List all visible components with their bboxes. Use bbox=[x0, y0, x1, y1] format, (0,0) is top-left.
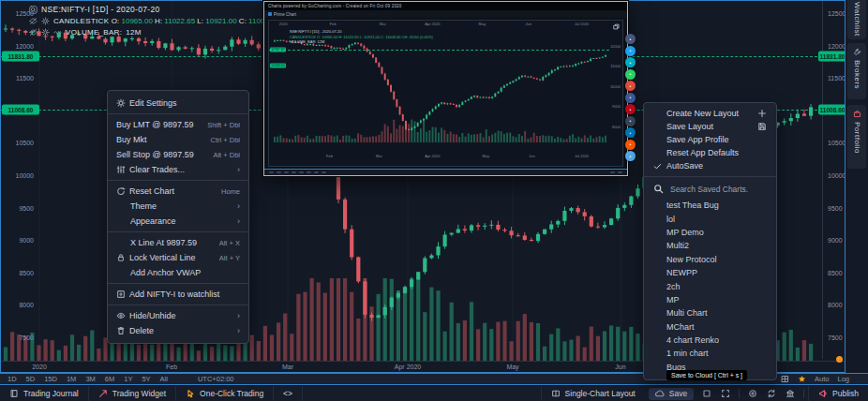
grid-icon[interactable] bbox=[781, 375, 789, 383]
menu-item-delete[interactable]: Delete› bbox=[108, 323, 248, 338]
saved-chart-item[interactable]: test Thea Bug bbox=[644, 199, 776, 212]
saved-chart-item[interactable]: 1 min chart bbox=[644, 347, 776, 360]
layout-menu: Create New LayoutSave LayoutSave App Pro… bbox=[643, 102, 777, 380]
menu-item-save-app-profile[interactable]: Save App Profile bbox=[644, 133, 776, 146]
menu-item-appearance[interactable]: Appearance› bbox=[108, 214, 248, 229]
publish-button[interactable]: Publish bbox=[808, 386, 868, 401]
app-footer: Trading JournalTrading WidgetOne-Click T… bbox=[0, 386, 868, 401]
saved-chart-item[interactable]: Multi Chart bbox=[644, 306, 776, 319]
menu-item-buy-lmt-9897-59[interactable]: Buy LMT @ 9897.59Shift + Dbl bbox=[108, 117, 248, 132]
price-tick: 10000 bbox=[828, 172, 846, 179]
menu-item-label: Hide/Unhide bbox=[129, 311, 233, 320]
saved-charts-search-input[interactable] bbox=[670, 185, 774, 194]
symbol-search-icon[interactable] bbox=[29, 6, 37, 14]
fullscreen-button[interactable] bbox=[716, 386, 735, 401]
menu-item-sell-stop-9897-59[interactable]: Sell Stop @ 9897.59Alt + Dbl bbox=[108, 147, 248, 162]
saved-chart-item[interactable]: New Protocol bbox=[644, 253, 776, 266]
chart-context-menu: Edit SettingsBuy LMT @ 9897.59Shift + Db… bbox=[107, 90, 249, 344]
pointer-icon bbox=[186, 389, 195, 398]
log-scale-button[interactable]: Log bbox=[837, 375, 849, 383]
share-twitter-button[interactable]: • bbox=[625, 46, 636, 56]
share-reddit-button[interactable]: • bbox=[625, 140, 636, 150]
save-tooltip: Save to Cloud [ Ctrl + s ] bbox=[666, 370, 747, 380]
study-settings-icon[interactable] bbox=[41, 17, 50, 25]
timezone-button[interactable]: UTC+02:00 bbox=[198, 375, 234, 383]
hide-volume-icon[interactable] bbox=[29, 28, 37, 37]
menu-item-create-new-layout[interactable]: Create New Layout bbox=[644, 107, 776, 120]
menu-item-reset-app-defaults[interactable]: Reset App Defaults bbox=[644, 146, 776, 159]
saved-chart-item[interactable]: NEWPP bbox=[644, 266, 776, 279]
menu-item-save-layout[interactable]: Save Layout bbox=[644, 120, 776, 133]
tab-portfolio[interactable]: Portfolio bbox=[847, 105, 866, 169]
menu-item-theme[interactable]: Theme› bbox=[108, 199, 248, 214]
saved-chart-item[interactable]: MP Demo bbox=[644, 226, 776, 239]
saved-chart-item[interactable]: MChart bbox=[644, 320, 776, 334]
share-google-plus-button[interactable]: • bbox=[625, 81, 636, 91]
saved-chart-item[interactable]: 4 chart Renko bbox=[644, 334, 776, 347]
menu-item-label: Add NIFTY-I to watchlist bbox=[129, 290, 240, 299]
share-pinterest-button[interactable]: • bbox=[625, 104, 636, 114]
trading-journal-button[interactable]: Trading Journal bbox=[0, 386, 89, 401]
menu-item-edit-settings[interactable]: Edit Settings bbox=[108, 96, 248, 111]
save-button[interactable]: Save bbox=[649, 388, 694, 400]
snapshot-tab-label: Prime Chart bbox=[274, 12, 296, 17]
menu-section: Add NIFTY-I to watchlist bbox=[108, 283, 248, 304]
timeframe-5y-button[interactable]: 5Y bbox=[142, 375, 150, 383]
timeframe-all-button[interactable]: All bbox=[160, 375, 168, 383]
single-chart-layout-button[interactable]: Single-Chart Layout bbox=[541, 386, 645, 401]
share-linkedin-button[interactable]: • bbox=[625, 127, 636, 138]
timeframe-3m-button[interactable]: 3M bbox=[85, 375, 95, 383]
menu-item-x-line-at-9897-59[interactable]: X Line At 9897.59Alt + X bbox=[108, 235, 248, 250]
one-click-trading-button[interactable]: One-Click Trading bbox=[176, 386, 274, 401]
-button[interactable]: <> bbox=[274, 386, 303, 401]
star-icon[interactable] bbox=[798, 375, 806, 383]
snapshot-time-tick: Jun bbox=[529, 154, 534, 158]
share-mail-button[interactable]: • bbox=[625, 151, 636, 161]
tab-watchlist[interactable]: Watchlist bbox=[847, 0, 866, 39]
saved-chart-item[interactable]: lol bbox=[644, 212, 776, 225]
timeframe-1d-button[interactable]: 1D bbox=[7, 375, 17, 383]
snapshot-chart: NSE:NIFTY-I [1D] - 2020-07-20 CANDLESTIC… bbox=[268, 20, 623, 167]
menu-item-lock-vertical-line[interactable]: Lock Vertical LineAlt + Y bbox=[108, 250, 248, 265]
snapshot-price-tick: 9000 bbox=[612, 104, 621, 109]
timeframe-1y-button[interactable]: 1Y bbox=[124, 375, 132, 383]
menu-item-autosave[interactable]: AutoSave bbox=[644, 159, 776, 172]
symbol-title[interactable]: NSE:NIFTY-I [1D] - 2020-07-20 bbox=[41, 5, 160, 14]
hide-study-icon[interactable] bbox=[29, 17, 37, 25]
menu-item-hide-unhide[interactable]: Hide/Unhide› bbox=[108, 308, 248, 323]
menu-item-reset-chart[interactable]: Reset ChartHome bbox=[108, 184, 248, 199]
menu-item-buy-mkt[interactable]: Buy MktCtrl + Dbl bbox=[108, 132, 248, 147]
share-telegram-button[interactable]: • bbox=[625, 57, 636, 67]
share-tumblr-button[interactable]: • bbox=[625, 116, 636, 126]
share-whatsapp-button[interactable]: • bbox=[625, 69, 636, 80]
menu-item-clear-trades[interactable]: Clear Trades...› bbox=[108, 162, 248, 177]
volume-settings-icon[interactable] bbox=[41, 28, 50, 37]
price-tick: 12000 bbox=[828, 42, 846, 49]
timeframe-5d-button[interactable]: 5D bbox=[26, 375, 36, 383]
menu-section: Buy LMT @ 9897.59Shift + DblBuy MktCtrl … bbox=[108, 113, 248, 180]
menu-item-label: AutoSave bbox=[666, 161, 767, 171]
sync-button[interactable] bbox=[762, 386, 781, 401]
trading-widget-button[interactable]: Trading Widget bbox=[89, 386, 176, 401]
snapshot-button[interactable] bbox=[743, 386, 762, 401]
saved-chart-item[interactable]: Multi2 bbox=[644, 239, 776, 252]
copy-snapshot-icon[interactable] bbox=[613, 23, 620, 30]
price-badge: 11831.80 bbox=[818, 52, 846, 62]
broker-button[interactable] bbox=[781, 386, 800, 401]
price-tick: 8500 bbox=[828, 269, 843, 275]
timeframe-15d-button[interactable]: 15D bbox=[44, 375, 57, 383]
menu-item-add-nifty-i-to-watchlist[interactable]: Add NIFTY-I to watchlist bbox=[108, 287, 248, 302]
saved-chart-item[interactable]: 2ch bbox=[644, 279, 776, 292]
auto-scale-button[interactable]: Auto bbox=[815, 375, 829, 383]
saved-chart-item[interactable]: MP bbox=[644, 293, 776, 306]
share-facebook-button[interactable]: • bbox=[625, 93, 636, 103]
timeframe-1m-button[interactable]: 1M bbox=[67, 375, 76, 383]
tab-watchlist-label: Watchlist bbox=[853, 2, 861, 37]
maximize-button[interactable] bbox=[697, 386, 716, 401]
share-share-button[interactable]: • bbox=[625, 34, 636, 44]
tab-brokers[interactable]: Brokers bbox=[847, 43, 866, 99]
timeframe-6m-button[interactable]: 6M bbox=[105, 375, 114, 383]
menu-item-add-anchor-vwap[interactable]: Add Anchor VWAP bbox=[108, 265, 248, 280]
gear-icon bbox=[116, 98, 126, 108]
indent-spacer bbox=[116, 216, 127, 226]
